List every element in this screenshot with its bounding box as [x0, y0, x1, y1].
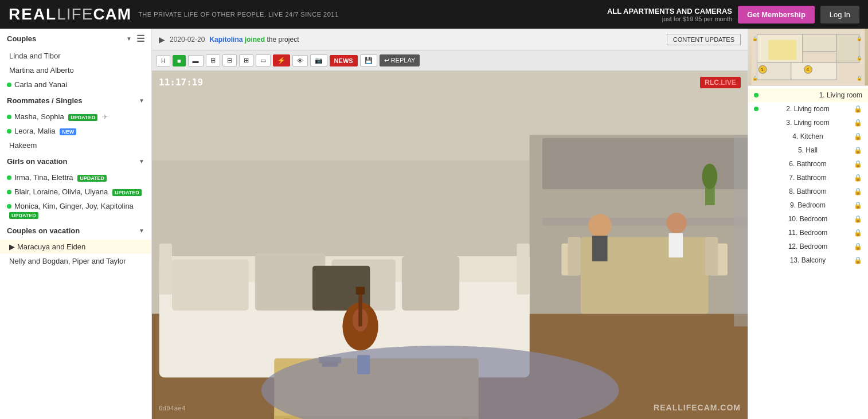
lock-icon: 🔒	[854, 256, 862, 264]
room-name: 13. Balcony	[790, 256, 826, 264]
sidebar-item-carla-yanai[interactable]: Carla and Yanai	[0, 77, 151, 92]
sidebar: Couples ▼ ☰ Linda and Tibor Martina and …	[0, 29, 152, 419]
cam-topbar: ▶ 2020-02-20 Kapitolina joined the proje…	[152, 29, 748, 50]
room-item-2[interactable]: 2. Living room🔒	[748, 102, 868, 116]
sidebar-item-leora-malia[interactable]: Leora, Malia NEW	[0, 124, 151, 138]
toolbar-btn-split2[interactable]: ⊞	[206, 54, 220, 66]
all-apartments-label: ALL APARTMENTS AND CAMERAS just for $19.…	[607, 7, 732, 22]
right-panel: ▼ 1 4	[748, 29, 868, 419]
toolbar-btn-fullscreen[interactable]: ▬	[188, 55, 204, 66]
room-item-12[interactable]: 12. Bedroom🔒	[748, 240, 868, 253]
roommates-dropdown-icon: ▼	[139, 97, 144, 104]
svg-rect-46	[768, 40, 797, 60]
room-name: 12. Bedroom	[788, 242, 828, 250]
room-name: 8. Bathroom	[789, 187, 826, 195]
svg-rect-36	[669, 233, 683, 257]
room-item-3[interactable]: 3. Living room🔒	[748, 116, 868, 130]
header-right: ALL APARTMENTS AND CAMERAS just for $19.…	[607, 6, 859, 24]
svg-rect-6	[542, 218, 748, 225]
sidebar-section-couples-vacation[interactable]: Couples on vacation ▼	[0, 222, 151, 240]
sidebar-item-martina-alberto[interactable]: Martina and Alberto	[0, 63, 151, 77]
svg-text:4: 4	[807, 67, 810, 72]
toolbar-btn-motion[interactable]: ⚡	[273, 54, 290, 66]
updated-badge: UPDATED	[112, 189, 142, 196]
cam-event-person: Kapitolina	[209, 36, 243, 44]
room-item-9[interactable]: 9. Bedroom🔒	[748, 198, 868, 212]
cam-event: Kapitolina joined the project	[209, 36, 299, 44]
camera-area: ▶ 2020-02-20 Kapitolina joined the proje…	[152, 29, 748, 419]
toolbar-btn-h[interactable]: H	[157, 55, 170, 66]
all-apts-subtitle: just for $19.95 per month	[607, 15, 732, 22]
room-item-5[interactable]: 5. Hall🔒	[748, 143, 868, 157]
sidebar-section-roommates[interactable]: Roommates / Singles ▼	[0, 92, 151, 109]
sidebar-item-irma-tina-elettra[interactable]: Irma, Tina, Elettra UPDATED	[0, 170, 151, 185]
room-name: 5. Hall	[798, 146, 818, 154]
room-item-4[interactable]: 4. Kitchen🔒	[748, 130, 868, 143]
updated-badge: UPDATED	[9, 212, 38, 219]
couples-dropdown-icon: ▼	[126, 36, 132, 42]
lock-icon: 🔒	[854, 146, 862, 154]
lock-icon: 🔒	[854, 229, 862, 237]
room-name: 7. Bathroom	[789, 174, 826, 182]
sidebar-item-masha-sophia[interactable]: Masha, Sophia UPDATED ✈	[0, 109, 151, 124]
room-item-13[interactable]: 13. Balcony🔒	[748, 253, 868, 267]
room-name: 6. Bathroom	[789, 160, 826, 168]
svg-text:1: 1	[761, 67, 764, 72]
header: REALLIFECAM THE PRIVATE LIFE OF OTHER PE…	[0, 0, 868, 29]
room-online-dot	[754, 107, 758, 111]
room-item-6[interactable]: 6. Bathroom🔒	[748, 157, 868, 171]
sidebar-section-couples[interactable]: Couples ▼ ☰	[0, 29, 151, 49]
sidebar-item-blair-group[interactable]: Blair, Loraine, Olivia, Ulyana UPDATED	[0, 185, 151, 199]
online-dot	[7, 190, 11, 194]
cam-code: 0d04ae4	[159, 405, 185, 412]
toolbar-btn-grid4[interactable]: ⊞	[239, 54, 253, 66]
svg-rect-11	[705, 237, 718, 276]
cam-viewport: 11:17:19 RLC.LIVE REALLIFECAM.COM 0d04ae…	[152, 71, 748, 419]
toolbar-btn-save[interactable]: 💾	[360, 54, 377, 66]
new-badge: NEW	[60, 128, 76, 135]
toolbar-btn-camera[interactable]: 📷	[310, 54, 327, 66]
svg-rect-37	[734, 135, 748, 326]
couples-vacation-dropdown-icon: ▼	[139, 228, 144, 234]
hamburger-icon[interactable]: ☰	[136, 33, 144, 44]
cam-toolbar: H ■ ▬ ⊞ ⊟ ⊞ ▭ ⚡ 👁 📷 NEWS 💾 ↩ REPLAY	[152, 50, 748, 71]
sidebar-item-hakeem[interactable]: Hakeem	[0, 138, 151, 152]
room-item-10[interactable]: 10. Bedroom🔒	[748, 212, 868, 226]
cam-event-rest: the project	[267, 36, 299, 44]
room-item-1[interactable]: 1. Living room	[748, 88, 868, 102]
cam-topbar-back-button[interactable]: ▶	[159, 35, 165, 44]
login-button[interactable]: Log In	[820, 6, 859, 24]
lock-icon: 🔒	[854, 201, 862, 209]
room-name: 1. Living room	[819, 91, 862, 99]
sidebar-item-nelly-bogdan[interactable]: Nelly and Bogdan, Piper and Taylor	[0, 254, 151, 268]
sidebar-item-linda-tibor[interactable]: Linda and Tibor	[0, 49, 151, 63]
room-online-dot	[754, 93, 758, 97]
svg-rect-34	[592, 236, 608, 261]
lock-icon: 🔒	[854, 119, 862, 127]
svg-rect-43	[836, 34, 859, 63]
room-item-8[interactable]: 8. Bathroom🔒	[748, 185, 868, 198]
sidebar-item-maracuya-eiden[interactable]: ▶Maracuya and Eiden	[0, 240, 151, 254]
toolbar-btn-widescreen[interactable]: ▭	[256, 54, 271, 66]
online-dot	[7, 115, 11, 119]
logo-area: REALLIFECAM THE PRIVATE LIFE OF OTHER PE…	[9, 5, 339, 24]
svg-point-33	[588, 214, 611, 237]
lock-icon: 🔒	[854, 105, 862, 113]
toolbar-btn-eye[interactable]: 👁	[292, 55, 308, 66]
room-item-11[interactable]: 11. Bedroom🔒	[748, 226, 868, 240]
content-updates-button[interactable]: CONTENT UPDATES	[667, 34, 741, 45]
room-name: 3. Living room	[786, 119, 829, 127]
online-dot	[7, 175, 11, 180]
cam-live-label: RLC	[705, 79, 719, 87]
get-membership-button[interactable]: Get Membership	[738, 6, 815, 24]
toolbar-btn-split3[interactable]: ⊟	[222, 54, 237, 66]
toolbar-btn-replay[interactable]: ↩ REPLAY	[380, 54, 420, 66]
sidebar-item-monica-group[interactable]: Monica, Kim, Ginger, Joy, Kapitolina UPD…	[0, 199, 151, 222]
svg-point-35	[666, 213, 687, 233]
toolbar-btn-record[interactable]: ■	[173, 55, 186, 66]
room-name: 9. Bedroom	[790, 201, 826, 209]
toolbar-btn-news[interactable]: NEWS	[330, 55, 358, 66]
sidebar-section-girls-vacation[interactable]: Girls on vacation ▼	[0, 152, 151, 170]
room-name: 11. Bedroom	[788, 229, 828, 237]
room-item-7[interactable]: 7. Bathroom🔒	[748, 171, 868, 185]
